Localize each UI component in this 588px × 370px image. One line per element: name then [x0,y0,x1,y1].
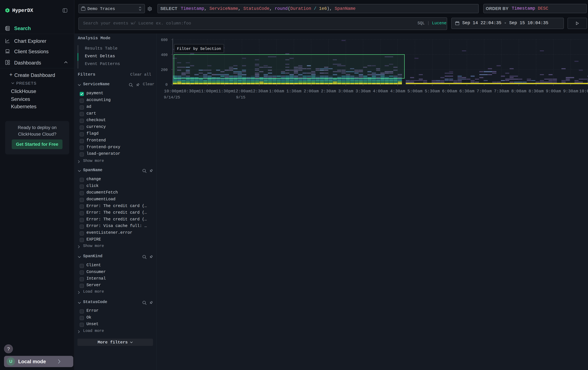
svg-text:3:00am: 3:00am [338,89,353,94]
svg-text:9/14/25: 9/14/25 [164,95,180,100]
svg-text:4:30am: 4:30am [390,89,405,94]
svg-text:7:30am: 7:30am [494,89,509,94]
svg-text:12:00am: 12:00am [233,89,251,94]
svg-text:600: 600 [161,38,168,42]
svg-text:10:00pm: 10:00pm [164,89,181,94]
svg-text:2:00am: 2:00am [304,89,319,94]
svg-text:1:30am: 1:30am [286,89,301,94]
svg-text:10:30pm: 10:30pm [181,89,199,94]
svg-text:1:00am: 1:00am [269,89,284,94]
svg-text:4:00am: 4:00am [373,89,388,94]
svg-text:0: 0 [165,83,168,87]
svg-text:3:30am: 3:30am [356,89,371,94]
svg-text:8:00am: 8:00am [511,89,526,94]
svg-text:400: 400 [161,53,168,57]
svg-text:8:30am: 8:30am [529,89,544,94]
svg-text:6:00am: 6:00am [442,89,457,94]
svg-text:10:00am: 10:00am [579,89,588,94]
svg-text:5:30am: 5:30am [425,89,440,94]
svg-text:7:00am: 7:00am [477,89,492,94]
svg-text:9:30am: 9:30am [563,89,578,94]
svg-text:9:00am: 9:00am [546,89,561,94]
svg-text:11:00pm: 11:00pm [199,89,216,94]
svg-text:11:30pm: 11:30pm [216,89,233,94]
svg-text:9/15: 9/15 [236,95,245,100]
svg-text:12:30am: 12:30am [251,89,268,94]
svg-text:5:00am: 5:00am [408,89,423,94]
svg-text:6:30am: 6:30am [459,89,474,94]
svg-text:2:30am: 2:30am [321,89,336,94]
svg-text:200: 200 [161,68,168,72]
svg-text:Filter by Selection: Filter by Selection [177,47,221,51]
